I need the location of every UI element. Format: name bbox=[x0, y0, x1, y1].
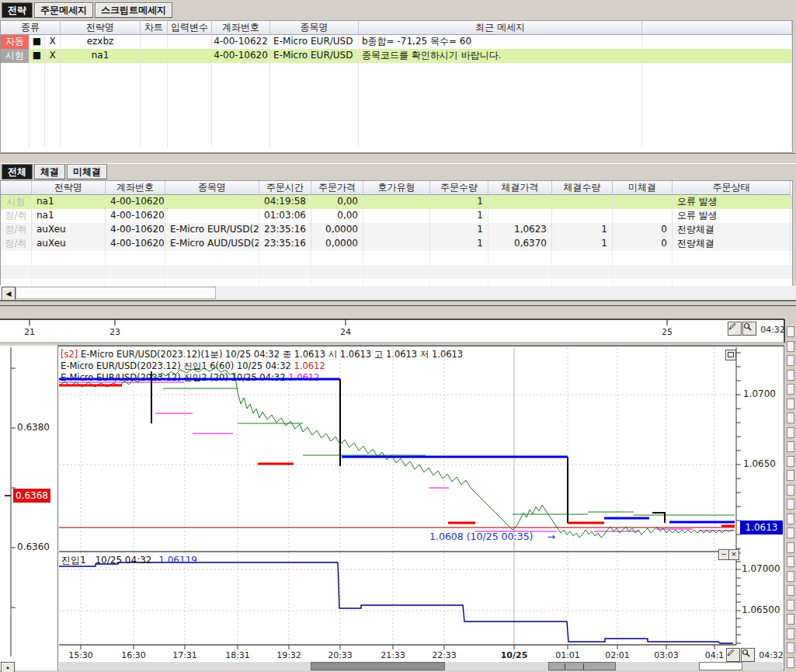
right-strip-button[interactable] bbox=[787, 427, 794, 438]
right-strip-button[interactable] bbox=[787, 456, 794, 467]
right-strip-button[interactable] bbox=[787, 399, 794, 409]
time-tick-label: 17:31 bbox=[167, 650, 203, 660]
time-tick-label: 03:03 bbox=[648, 650, 684, 660]
right-strip-button[interactable] bbox=[787, 571, 794, 582]
right-strip-button[interactable] bbox=[787, 600, 794, 611]
right-strip-button[interactable] bbox=[787, 585, 794, 596]
outer-axis-clock: 04:32 bbox=[757, 325, 788, 335]
right-strip-button[interactable] bbox=[787, 528, 794, 538]
sub-indicator-name: 진입1 bbox=[61, 555, 86, 566]
outer-tick-label: 23 bbox=[99, 327, 130, 337]
right-strip-button[interactable] bbox=[787, 614, 794, 625]
right-strip-button[interactable] bbox=[787, 556, 794, 567]
sub-right-axis-label: 1.06500 bbox=[742, 604, 780, 615]
right-strip-button[interactable] bbox=[787, 384, 794, 395]
panel-restore-icon[interactable] bbox=[725, 350, 736, 360]
right-strip-button[interactable] bbox=[787, 657, 794, 668]
right-strip-button[interactable] bbox=[787, 628, 794, 639]
outer-tick-label: 21 bbox=[14, 327, 45, 337]
time-tick-label: 02:01 bbox=[600, 650, 635, 660]
right-strip-button[interactable] bbox=[787, 642, 794, 653]
main-right-axis-label: 1.0700 bbox=[743, 388, 776, 399]
right-strip-button[interactable] bbox=[787, 370, 794, 381]
price-annotation: 1.0608 (10/25 00:35) → bbox=[429, 531, 555, 542]
right-strip-button[interactable] bbox=[787, 413, 794, 423]
current-price-badge: 1.0613 bbox=[740, 521, 783, 534]
right-strip-button[interactable] bbox=[787, 355, 794, 366]
time-tick-label: 15:30 bbox=[63, 650, 99, 660]
right-strip-button[interactable] bbox=[787, 470, 794, 481]
time-tick-label: 10/25 bbox=[496, 650, 532, 660]
annotation-arrow-icon: → bbox=[547, 531, 554, 542]
right-strip-button[interactable] bbox=[787, 326, 794, 337]
time-tick-label: 22:33 bbox=[426, 650, 462, 660]
left-axis-label: 0.6360 bbox=[17, 541, 50, 552]
chart-scrollbar[interactable] bbox=[59, 662, 783, 670]
chart-clock: 04:32 bbox=[756, 650, 787, 660]
corner-box-icon[interactable]: ▴ bbox=[1, 662, 15, 672]
magnifier-icon[interactable] bbox=[741, 648, 755, 662]
chart-scrollbar-thumb[interactable] bbox=[311, 662, 445, 670]
main-right-axis-label: 1.0650 bbox=[743, 458, 776, 469]
chart-scrollbar-range-box[interactable] bbox=[699, 662, 742, 670]
sub-indicator-value: 1.06119 bbox=[158, 555, 197, 566]
subpanel-close-icon[interactable]: × bbox=[728, 549, 739, 560]
right-strip-button[interactable] bbox=[787, 514, 794, 524]
right-strip-button[interactable] bbox=[787, 499, 794, 510]
left-axis-price-badge: 0.6368 bbox=[13, 489, 50, 503]
annotation-text: 1.0608 (10/25 00:35) bbox=[429, 531, 533, 542]
sub-panel-label: 진입1 10/25 04:32 1.06119 bbox=[61, 554, 197, 567]
sub-right-axis-label: 1.07000 bbox=[742, 563, 780, 574]
time-tick-label: 21:33 bbox=[375, 650, 411, 660]
right-strip-button[interactable] bbox=[787, 485, 794, 496]
sub-indicator-datetime: 10/25 04:32 bbox=[95, 555, 151, 566]
chart-scrollbar-thumb2[interactable] bbox=[548, 662, 616, 670]
right-strip-button[interactable] bbox=[787, 441, 794, 452]
subpanel-minimize-icon[interactable]: − bbox=[718, 549, 729, 560]
magnifier-icon[interactable] bbox=[742, 322, 756, 336]
time-tick-label: 16:30 bbox=[116, 650, 151, 660]
right-strip-button[interactable] bbox=[787, 542, 794, 553]
outer-tick-label: 25 bbox=[652, 327, 683, 337]
pencil-icon[interactable] bbox=[728, 322, 742, 336]
time-tick-label: 19:32 bbox=[271, 650, 307, 660]
right-strip-button[interactable] bbox=[787, 341, 794, 352]
outer-tick-label: 24 bbox=[330, 327, 361, 337]
time-tick-label: 18:31 bbox=[220, 650, 255, 660]
pencil-icon[interactable] bbox=[726, 648, 740, 662]
time-tick-label: 20:33 bbox=[322, 650, 358, 660]
time-tick-label: 01:01 bbox=[550, 650, 586, 660]
left-axis-label: 0.6380 bbox=[17, 422, 50, 433]
